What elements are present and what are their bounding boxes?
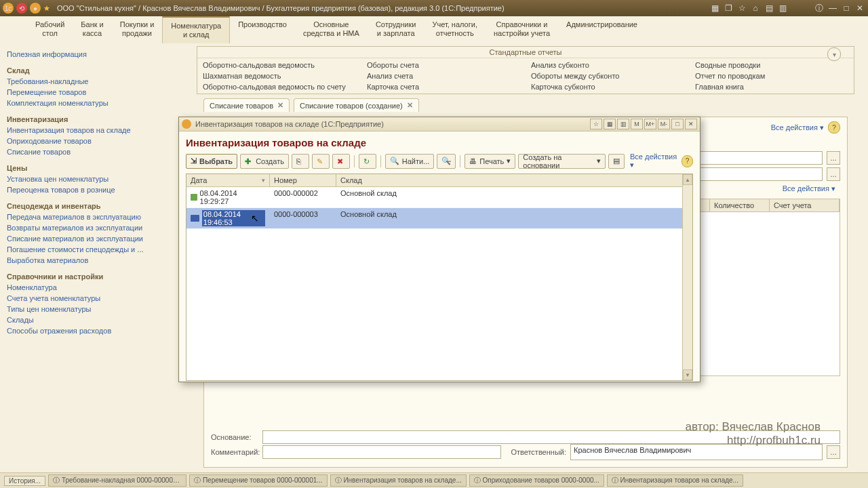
sidebar-item[interactable]: Установка цен номенклатуры — [7, 174, 176, 184]
menu-item[interactable]: Сотрудникии зарплата — [368, 16, 425, 43]
sidebar-item[interactable]: Оприходование товаров — [7, 136, 176, 146]
favorite-icon[interactable]: ★ — [43, 4, 50, 13]
menu-item[interactable]: Рабочийстол — [27, 16, 73, 43]
report-link[interactable]: Сводные проводки — [695, 60, 848, 70]
delete-button[interactable]: ✖ — [332, 154, 350, 169]
scroll-down-icon[interactable]: ▼ — [683, 369, 692, 380]
sidebar-item[interactable]: Списание товаров — [7, 146, 176, 157]
menu-item[interactable]: Администрирование — [558, 16, 646, 43]
create-button[interactable]: ✚Создать — [240, 154, 289, 169]
sidebar-item[interactable]: Способы отражения расходов — [7, 325, 176, 336]
help-icon[interactable]: ⓘ — [814, 3, 825, 14]
report-link[interactable]: Обороты между субконто — [531, 70, 684, 81]
modal-help-button[interactable]: ? — [682, 155, 693, 167]
modal-btn-a[interactable]: ☆ — [590, 119, 602, 129]
modal-btn-mplus[interactable]: M+ — [644, 119, 656, 129]
taskbar-item[interactable]: ⓘ Оприходование товаров 0000-0000... — [469, 474, 604, 487]
nav-fwd-icon[interactable]: ● — [30, 3, 41, 14]
menu-item[interactable]: Покупки ипродажи — [112, 16, 163, 43]
grid-scrollbar[interactable]: ▲ ▼ — [682, 174, 692, 380]
tb-icon-6[interactable]: ▥ — [777, 3, 788, 14]
sidebar-item[interactable]: Склады — [7, 314, 176, 325]
taskbar-item[interactable]: ⓘ Инвентаризация товаров на складе... — [607, 474, 743, 487]
sidebar-item[interactable]: Комплектация номенклатуры — [7, 98, 176, 108]
refresh-button[interactable]: ↻ — [359, 154, 376, 169]
col-date[interactable]: Дата▾ — [186, 174, 270, 186]
col-account[interactable]: Счет учета — [770, 199, 840, 211]
all-actions-link-1[interactable]: Все действия ▾ — [771, 123, 824, 132]
doc-tab[interactable]: Списание товаров (создание)✕ — [294, 98, 419, 112]
comment-input[interactable] — [262, 445, 501, 459]
sidebar-item[interactable]: Списание материалов из эксплуатации — [7, 233, 176, 244]
sidebar-item[interactable]: Счета учета номенклатуры — [7, 293, 176, 304]
modal-close-icon[interactable]: ✕ — [685, 119, 697, 129]
col-wh[interactable]: Склад — [336, 174, 692, 186]
nav-back-icon[interactable]: ⟲ — [16, 3, 27, 14]
menu-item[interactable]: Банк икасса — [73, 16, 111, 43]
report-link[interactable]: Оборотно-сальдовая ведомость по счету — [203, 81, 356, 92]
sidebar-item[interactable]: Номенклатура — [7, 282, 176, 293]
sidebar-top-link[interactable]: Полезная информация — [7, 49, 176, 60]
menu-item[interactable]: Учет, налоги,отчетность — [424, 16, 485, 43]
find-button[interactable]: 🔍 Найти... — [385, 154, 435, 169]
report-link[interactable]: Оборотно-сальдовая ведомость — [203, 60, 356, 70]
minimize-icon[interactable]: — — [827, 3, 838, 14]
report-link[interactable]: Шахматная ведомость — [203, 70, 356, 81]
sidebar-item[interactable]: Инвентаризация товаров на складе — [7, 125, 176, 136]
menu-item[interactable]: Основныесредства и НМА — [295, 16, 368, 43]
tabs-dropdown-icon[interactable]: ▾ — [827, 47, 841, 61]
sidebar-item[interactable]: Переоценка товаров в рознице — [7, 184, 176, 195]
extra-button[interactable]: ▤ — [608, 154, 625, 169]
tb-icon-5[interactable]: ▤ — [764, 3, 774, 14]
clear-find-button[interactable]: 🔍̶ — [437, 154, 456, 169]
sidebar-item[interactable]: Типы цен номенклатуры — [7, 304, 176, 314]
report-link[interactable]: Анализ счета — [367, 70, 520, 81]
sidebar-item[interactable]: Передача материалов в эксплуатацию — [7, 211, 176, 222]
modal-maximize-icon[interactable]: □ — [671, 119, 684, 129]
sidebar-item[interactable]: Погашение стоимости спецодежды и ... — [7, 244, 176, 255]
copy-button[interactable]: ⎘ — [292, 154, 309, 169]
tb-icon-2[interactable]: ❐ — [723, 3, 734, 14]
modal-all-actions[interactable]: Все действия ▾ — [630, 152, 679, 169]
taskbar-item[interactable]: ⓘ Инвентаризация товаров на складе... — [330, 474, 467, 487]
sidebar-item[interactable]: Перемещение товаров — [7, 87, 176, 98]
picker-1[interactable]: … — [827, 151, 840, 165]
resp-picker[interactable]: … — [827, 445, 840, 459]
sidebar-item[interactable]: Требования-накладные — [7, 76, 176, 87]
resp-input[interactable]: Краснов Вячеслав Владимирович — [570, 444, 823, 460]
tb-icon-3[interactable]: ☆ — [736, 3, 747, 14]
report-link[interactable]: Анализ субконто — [531, 60, 684, 70]
menu-item[interactable]: Справочники инастройки учета — [486, 16, 558, 43]
modal-btn-c[interactable]: ▥ — [617, 119, 629, 129]
col-num[interactable]: Номер — [270, 174, 336, 186]
modal-btn-m[interactable]: M — [631, 119, 643, 129]
col-qty[interactable]: Количество — [710, 199, 770, 211]
report-link[interactable]: Отчет по проводкам — [695, 70, 848, 81]
report-link[interactable]: Карточка счета — [367, 81, 520, 92]
tb-icon-1[interactable]: ▦ — [709, 3, 720, 14]
maximize-icon[interactable]: □ — [841, 3, 852, 14]
help-button[interactable]: ? — [828, 121, 840, 134]
menu-item[interactable]: Номенклатураи склад — [162, 16, 230, 43]
edit-button[interactable]: ✎ — [312, 154, 330, 169]
table-row[interactable]: 08.04.2014 19:46:530000-000003Основной с… — [186, 208, 692, 229]
doc-tab[interactable]: Списание товаров✕ — [203, 98, 290, 112]
table-row[interactable]: 08.04.2014 19:29:270000-000002Основной с… — [186, 187, 692, 208]
taskbar-item[interactable]: ⓘ Требование-накладная 0000-000001... — [48, 474, 186, 487]
osn-input[interactable] — [262, 430, 840, 444]
report-link[interactable]: Главная книга — [695, 81, 848, 92]
sidebar-item[interactable]: Выработка материалов — [7, 255, 176, 266]
modal-btn-mminus[interactable]: M- — [658, 119, 670, 129]
close-icon[interactable]: ✕ — [854, 3, 865, 14]
menu-item[interactable]: Производство — [230, 16, 295, 43]
print-button[interactable]: 🖶 Печать ▾ — [465, 154, 515, 169]
history-button[interactable]: История... — [4, 476, 45, 486]
modal-btn-b[interactable]: ▦ — [604, 119, 616, 129]
tb-icon-4[interactable]: ⌂ — [750, 3, 761, 14]
taskbar-item[interactable]: ⓘ Перемещение товаров 0000-000001... — [189, 474, 328, 487]
scroll-up-icon[interactable]: ▲ — [683, 174, 692, 185]
sidebar-item[interactable]: Возвраты материалов из эксплуатации — [7, 222, 176, 233]
tab-close-icon[interactable]: ✕ — [277, 101, 283, 110]
report-link[interactable]: Карточка субконто — [531, 81, 684, 92]
picker-2[interactable]: … — [827, 167, 840, 181]
